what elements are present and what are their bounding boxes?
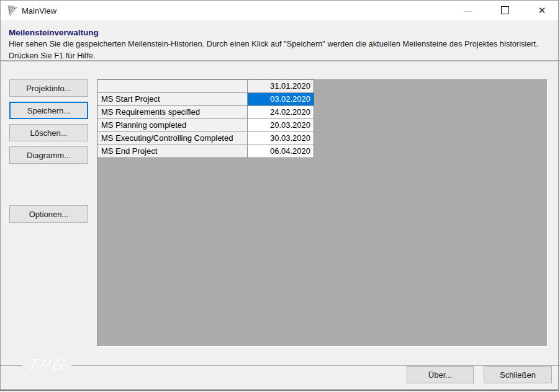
header-divider [1,60,560,61]
app-icon [7,5,18,16]
header-date-cell[interactable]: 31.01.2020 [248,80,314,92]
loeschen-button[interactable]: Löschen... [9,124,88,141]
tpg-logo: TPG [20,355,75,375]
table-row: MS Requirements specified 24.02.2020 [97,106,314,119]
table-row: MS Executing/Controlling Completed 30.03… [97,132,314,145]
speichern-button[interactable]: Speichern... [9,102,88,119]
diagramm-button[interactable]: Diagramm... [9,146,88,164]
milestone-date-cell[interactable]: 06.04.2020 [248,145,314,158]
table-row: MS Start Project 03.02.2020 [97,93,314,106]
footer-divider [1,365,560,366]
milestone-name-cell[interactable]: MS Executing/Controlling Completed [97,132,248,145]
close-button[interactable]: ✕ [531,1,553,20]
optionen-button[interactable]: Optionen... [9,205,88,223]
close-icon: ✕ [538,5,546,16]
milestone-date-cell-selected[interactable]: 03.02.2020 [248,93,314,105]
milestone-name-cell[interactable]: MS End Project [97,145,248,158]
maximize-icon [501,6,509,14]
milestone-date-cell[interactable]: 30.03.2020 [248,132,314,145]
milestone-table: 31.01.2020 MS Start Project 03.02.2020 M… [97,79,314,158]
window-title: MainView [22,6,56,16]
projektinfo-button[interactable]: Projektinfo... [9,79,88,97]
table-row: MS End Project 06.04.2020 [97,145,314,158]
minimize-icon: — [464,6,472,16]
table-row: MS Planning completed 20.03.2020 [97,119,314,132]
milestone-name-cell[interactable]: MS Requirements specified [97,106,248,118]
schliessen-button[interactable]: Schließen [484,366,552,383]
table-header-row: 31.01.2020 [97,80,314,93]
page-description: Hier sehen Sie die gespeicherten Meilens… [9,38,554,61]
ueber-button[interactable]: Über... [407,366,474,383]
page-title: Meilensteinverwaltung [9,28,99,37]
milestone-date-cell[interactable]: 20.03.2020 [248,119,314,131]
title-bar: MainView — ✕ [1,1,558,20]
minimize-button[interactable]: — [458,1,479,20]
milestone-date-cell[interactable]: 24.02.2020 [248,106,314,118]
mainview-window: MainView — ✕ Meilensteinverwaltung Hier … [0,0,559,391]
milestone-name-cell[interactable]: MS Start Project [97,93,248,105]
maximize-button[interactable] [494,1,515,20]
milestone-name-cell[interactable]: MS Planning completed [97,119,248,131]
header-name-cell[interactable] [97,80,248,92]
